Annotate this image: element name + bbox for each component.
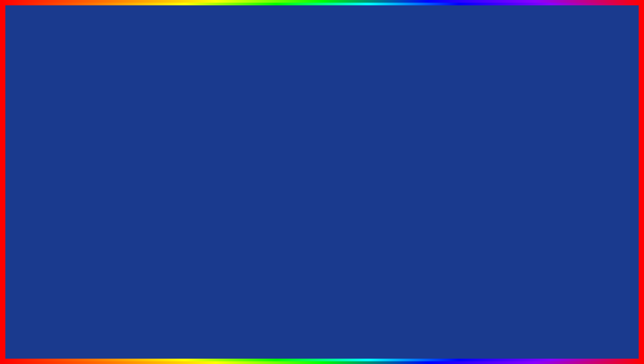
sidebar-label-necessary: Necessary [40,204,56,208]
bf-logo-fruits-text: FRUITS [554,333,611,351]
buy-chip-select-row: Buy Chip Select - [478,169,611,180]
sidebar-item-dungeon[interactable]: ⊙ Dungeon [448,166,478,183]
info-icon: ℹ [45,164,51,170]
bf-logo-corner: 💀 BLX FRUITS [521,313,611,351]
auto-buy-chip-row: - Auto Buy Chip [478,150,611,160]
auto-farm-level-row: - Auto Farm Level [63,182,192,192]
svg-point-16 [313,151,331,159]
auto-farm-nearest-checkbox[interactable] [185,204,190,209]
sidebar-item-racev4-left[interactable]: 👥 Race V4 [33,227,63,233]
callout-no-miss-skill: NO MISS SKILL [39,113,117,153]
callout-no-key: NO KEY !!! [493,113,588,133]
auto-start-dungeon-label: Auto Start Go To Dungeon [485,162,601,166]
auto-set-spawn-label: Auto Set Spawn Point [70,164,183,168]
svg-rect-9 [307,181,337,185]
left-panel-extra: ... [187,133,190,137]
title-letter-t: T [436,13,470,73]
buy-chip-select-minus[interactable]: - [601,171,608,178]
left-sidebar: ℹ Info 🏠 General ⚙ Necessary 🎯 Item 👥 [33,162,63,233]
left-panel-content: - Auto Set Spawn Point Select Weapon : M… [63,162,192,233]
svg-text:♥: ♥ [315,129,319,135]
auto-set-spawn-checkbox[interactable] [185,164,190,169]
callout-word-miss: MISS [72,113,117,133]
svg-text:♥: ♥ [325,129,329,135]
start-go-dungeon-btn[interactable]: Start Go To Dungeon [481,182,599,189]
callout-key-word: KEY [526,113,563,133]
red-dash-buy-chip: - [481,152,483,158]
necessary-icon: ⚙ [45,197,51,203]
title-letter-r: R [339,13,379,73]
center-character: ♥ ♥ [279,96,365,246]
callout-word-no: NO [39,113,67,133]
red-dash-dungeon: - [481,161,483,167]
auto-kaitan-label: Auto Kaitan [70,195,183,199]
auto-set-spawn-row: - Auto Set Spawn Point [63,162,192,171]
dungeon-icon: ⊙ [460,169,466,175]
auto-buy-chip-checkbox[interactable] [603,152,608,157]
red-dash-spawn: - [66,163,68,169]
section-main-farm: Main Farm [33,155,192,162]
sidebar-item-racev4-right[interactable]: 👥 Race V4 [448,150,478,166]
bottom-farm: FARM [210,312,299,347]
buy-chip-select-btn[interactable]: Buy Chip Select [481,171,599,178]
title-letter-b: B [136,13,177,73]
auto-buy-chip-label: Auto Buy Chip [485,153,601,157]
right-panel: M ...discord... zWdBUn45 [RightControl] … [448,123,611,243]
racev4-icon-right: 👥 [460,153,466,159]
auto-start-dungeon-row: - Auto Start Go To Dungeon [478,160,611,169]
select-weapon-value: Select Weapon : Melee [69,175,107,179]
sidebar-item-necessary[interactable]: ⚙ Necessary [33,194,63,211]
right-panel-control: [RightControl] [588,127,608,130]
combat-icon: ⚔ [460,185,466,191]
racev4-icon-left: 👥 [45,230,51,233]
auto-farm-level-checkbox[interactable] [185,185,190,189]
general-icon: 🏠 [45,181,51,187]
outer-container: BLOX FRUITS NO MISS SKILL NO KEY !!! M B… [0,0,644,364]
section-raid: Raid [448,133,611,142]
callout-exclaim: !!! [569,113,588,133]
svg-point-17 [295,203,349,223]
right-panel-body: 👥 Race V4 ⊙ Dungeon ⚔ Combat 📍 Teleport … [448,150,611,243]
callout-word-skill: SKILL [39,133,93,153]
wait-dungeon-label: Wait For Dungeon [448,142,611,150]
sidebar-item-combat[interactable]: ⚔ Combat [448,183,478,199]
left-panel-body: ℹ Info 🏠 General ⚙ Necessary 🎯 Item 👥 [33,162,192,233]
title-letter-o: O [211,13,254,73]
select-chips-value: Select Chips : Dough [484,195,519,199]
auto-farm-nearest-label: Auto Farm Nearest [70,204,183,208]
chips-dropdown-arrow: ▼ [602,195,605,199]
title-letter-s: S [470,13,508,73]
auto-kaitan-checkbox[interactable] [185,194,190,199]
sidebar-item-shop[interactable]: 🛒 Shop [448,215,478,232]
title-letter-i: I [419,13,436,73]
red-dash-farm: - [66,184,68,190]
sidebar-label-racev4-right: Race V4 [457,160,469,163]
auto-start-dungeon-checkbox[interactable] [603,162,608,167]
sidebar-item-general[interactable]: 🏠 General [33,178,63,194]
main-title: BLOX FRUITS [3,13,641,74]
teleport-icon: 📍 [460,202,466,208]
sidebar-item-teleport[interactable]: 📍 Teleport [448,199,478,215]
select-chips-row: Select Chips : Dough ▼ [478,191,611,202]
svg-point-2 [307,116,337,130]
skull-logo: 💀 [521,317,551,347]
auto-farm-level-label: Auto Farm Level [70,185,183,189]
title-letter-l: L [177,13,211,73]
select-weapon-row: Select Weapon : Melee ▼ [63,171,192,182]
title-letter-u: U [379,13,420,73]
auto-farm-nearest-row: - Auto Farm Nearest [63,202,192,211]
start-go-dungeon-minus[interactable]: - [601,182,608,189]
item-icon: 🎯 [45,213,51,219]
select-weapon-dropdown[interactable]: Select Weapon : Melee ▼ [66,173,190,180]
weapon-dropdown-arrow: ▼ [183,175,187,179]
sidebar-item-item[interactable]: 🎯 Item [33,211,63,227]
title-letter-f: F [305,13,339,73]
bottom-auto: AUTO [112,312,201,347]
right-sidebar: 👥 Race V4 ⊙ Dungeon ⚔ Combat 📍 Teleport … [448,150,478,243]
select-chips-dropdown[interactable]: Select Chips : Dough ▼ [481,193,608,200]
bottom-script: SCRIPT [307,318,399,346]
title-letter-x: X [254,13,292,73]
shop-icon: 🛒 [460,218,466,224]
sidebar-item-info[interactable]: ℹ Info [33,162,63,178]
start-go-dungeon-row: Start Go To Dungeon - [478,180,611,191]
